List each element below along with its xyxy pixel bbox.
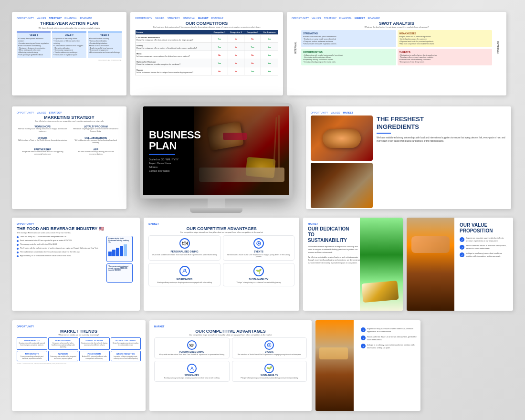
row4: OPPORTUNITY MARKET TRENDS What market tr… xyxy=(0,316,525,411)
business-plan-text: BUSINESS PLAN Drafted on DD / MM / YYYY … xyxy=(149,129,200,172)
mkt-tags: OPPORTUNITYVALUESSTRATEGY xyxy=(17,111,122,114)
row2: OPPORTUNITYVALUESSTRATEGY MARKETING STRA… xyxy=(0,103,525,209)
market-trends-slide: OPPORTUNITY MARKET TRENDS What market tr… xyxy=(12,320,146,411)
mkt-title-area: MARKETING STRATEGY Our efforts to enhanc… xyxy=(17,115,122,122)
advantages-grid: 🍽 PERSONALIZED DINING We provide an inte… xyxy=(148,235,294,286)
swot-grid-2: OPPORTUNITIES • Collaborating with nearb… xyxy=(301,49,492,66)
sust-image-area xyxy=(360,218,403,311)
vp-text-2: Savor authentic flavors in a vibrant atm… xyxy=(466,244,509,250)
pr-item-2: ✓ Savor authentic flavors in a vibrant a… xyxy=(361,336,418,341)
events-desc: We introduce a 'Sushi Guest Chef' Experi… xyxy=(226,254,292,258)
trend-authenticity: AUTHENTICITY Consumers seeking authentic… xyxy=(17,351,47,361)
sushi-img-bottom xyxy=(311,163,373,208)
bullet-6 xyxy=(17,255,19,257)
competitors-table: Feature Competitor 1 Competitor 2 Compet… xyxy=(135,30,278,75)
sushi-piece xyxy=(411,236,450,253)
food-industry-subtitle: The average American eats sushi about on… xyxy=(17,231,135,234)
vp-item-3: ✓ Indulge in a culinary journey that com… xyxy=(460,252,509,257)
c1r5: No xyxy=(211,67,228,75)
bp-title-1: BUSINESS xyxy=(149,129,200,140)
table-row: Last-minute ReservationsDoes the restaur… xyxy=(136,35,278,43)
trend-sust-desc: Growing demand for sustainably sourced f… xyxy=(19,342,45,346)
fresh-tags: OPPORTUNITYVALUESMARKET xyxy=(311,111,506,114)
trend-waste-title: WASTE REDUCTION xyxy=(113,353,139,355)
financial-tag: FINANCIAL xyxy=(64,17,77,20)
bar-1 xyxy=(108,252,112,256)
c1r1: Yes xyxy=(211,35,228,43)
c1r4: Yes xyxy=(211,59,228,67)
freshest-text-area: THE FRESHESTINGREDIENTS We have establis… xyxy=(377,116,506,208)
ca2-events: EVENTS We introduce a 'Sushi Guest Chef'… xyxy=(232,337,307,358)
workshops-desc: Hosting culinary workshops keeping custo… xyxy=(151,282,217,284)
opportunities-items: • Collaborating with nearby businesses f… xyxy=(303,54,394,64)
pr-check-1: ✓ xyxy=(361,327,366,332)
food-industry-slide: OPPORTUNITY THE FOOD AND BEVERAGE INDUST… xyxy=(12,218,140,311)
years-grid: YEAR 1 • Concept development and menu cr… xyxy=(17,32,122,58)
sustainability-slide: MARKET OUR DEDICATIONTOSUSTAINABILITY We… xyxy=(303,218,403,311)
check-2: ✓ xyxy=(460,245,464,250)
freshest-images xyxy=(311,116,373,208)
vp-item-1: ✓ Experience exquisite sushi crafted wit… xyxy=(460,237,509,242)
c2r1: No xyxy=(228,35,244,43)
pr-item-1: ✓ Experience exquisite sushi crafted wit… xyxy=(361,327,418,333)
bullet-3 xyxy=(17,244,19,246)
ca2-w-title: WORKSHOPS xyxy=(157,374,227,377)
trend-pos: POS SYSTEMS Modern POS systems for effic… xyxy=(79,351,110,361)
mkt-app: APP Will have an interactive app offerin… xyxy=(70,147,122,157)
ca2-sustain: 🌱 SUSTAINABILITY 'Pledge.' championing o… xyxy=(232,361,307,382)
monitor-screen: BUSINESS PLAN Drafted on DD / MM / YYYY … xyxy=(140,103,293,199)
ca2-p-icon: 🍽 xyxy=(187,340,197,350)
ca-title: OUR COMPETITIVE ADVANTAGES xyxy=(148,226,294,231)
trend-interact-desc: Desire for engaging experiences leading … xyxy=(113,342,139,346)
stat-text-5: The market share concentration for the s… xyxy=(20,251,80,253)
mkt-collab-desc: Will collaborate with renowned chefs ele… xyxy=(72,139,121,144)
year2-label: YEAR 2 xyxy=(53,34,84,37)
action-plan-subtitle: We have devised a three-year action plan… xyxy=(17,27,122,29)
bp-date: Drafted on DD / MM / YYYY xyxy=(149,158,200,161)
pr-text: ✓ Experience exquisite sushi crafted wit… xyxy=(358,325,420,352)
c3r4: No xyxy=(244,59,261,67)
swot-matrix: STRENGTHS • Skilled sushi chefs with yea… xyxy=(301,30,492,65)
year1-col: YEAR 1 • Concept development and menu cr… xyxy=(17,32,51,58)
ca2-e-title: EVENTS xyxy=(235,351,304,353)
year3-col: YEAR 3 • Second location scouting• Vario… xyxy=(88,32,122,58)
comp1-header: Competitor 1 xyxy=(211,30,228,35)
comp-strategy-tag: STRATEGY xyxy=(167,17,180,20)
swot-internal-label: INTERNAL xyxy=(292,30,299,65)
ca2-w-desc: Hosting culinary workshops keeping custo… xyxy=(157,377,227,379)
marketing-grid: WORKSHOPS Will host monthly sushi making… xyxy=(17,124,122,157)
trend-waste-desc: Innovative solutions managing waste, red… xyxy=(113,356,139,359)
personalized-icon: 🍽 xyxy=(179,238,190,249)
mkt-loyalty: LOYALTY PROGRAM Will launch a loyalty pr… xyxy=(70,124,122,134)
freshest-slide: OPPORTUNITYVALUESMARKET THE FRESH xyxy=(306,106,511,209)
threats-label: THREATS xyxy=(399,51,491,53)
trend-interact-title: INTERACTIVE DINING xyxy=(113,339,139,342)
ca2-grid: 🍽 PERSONALIZED DINING We provide an inte… xyxy=(154,337,307,382)
year1-label: YEAR 1 xyxy=(18,34,49,37)
vp-title: OUR VALUEPROPOSITION xyxy=(460,222,509,234)
stat-2: Sushi restaurants in the US are expected… xyxy=(17,240,104,242)
sustainability-icon: 🌱 xyxy=(253,266,264,276)
check-1: ✓ xyxy=(460,237,464,242)
strengths-items: • Skilled sushi chefs with years of expe… xyxy=(303,36,394,45)
bar-4 xyxy=(120,246,123,256)
right-col-row3: MARKET OUR DEDICATIONTOSUSTAINABILITY We… xyxy=(303,218,513,311)
pr-val-1: Experience exquisite sushi crafted with … xyxy=(367,327,418,333)
adv-sustainability: 🌱 SUSTAINABILITY 'Pledge.' championing o… xyxy=(223,263,294,286)
mkt-offers-desc: Will introduce a 'Taste of the World' of… xyxy=(18,139,67,142)
ca2-e-icon xyxy=(264,340,274,350)
trend-healthy-title: HEALTHY DINING xyxy=(50,339,77,342)
market-trends-subtitle: What market trends are we currently obse… xyxy=(17,334,141,336)
bullet-1 xyxy=(17,236,19,238)
pr-food-strip xyxy=(315,320,354,411)
ca2-p-title: PERSONALIZED DINING xyxy=(157,351,227,353)
swot-title-area: SWOT ANALYSIS What are the key factors f… xyxy=(292,21,502,28)
pr-food-visual xyxy=(315,320,354,411)
freshest-title: THE FRESHESTINGREDIENTS xyxy=(377,116,506,130)
bp-contact: Contact Information xyxy=(149,169,200,172)
screen-content: BUSINESS PLAN Drafted on DD / MM / YYYY … xyxy=(143,106,289,195)
mkt-offers: OFFERS Will introduce a 'Taste of the Wo… xyxy=(17,135,69,145)
bp-title-2: PLAN xyxy=(149,140,200,151)
pr-val-3: Indulge in a culinary journey that combi… xyxy=(367,344,418,349)
year3-label: YEAR 3 xyxy=(89,34,120,37)
